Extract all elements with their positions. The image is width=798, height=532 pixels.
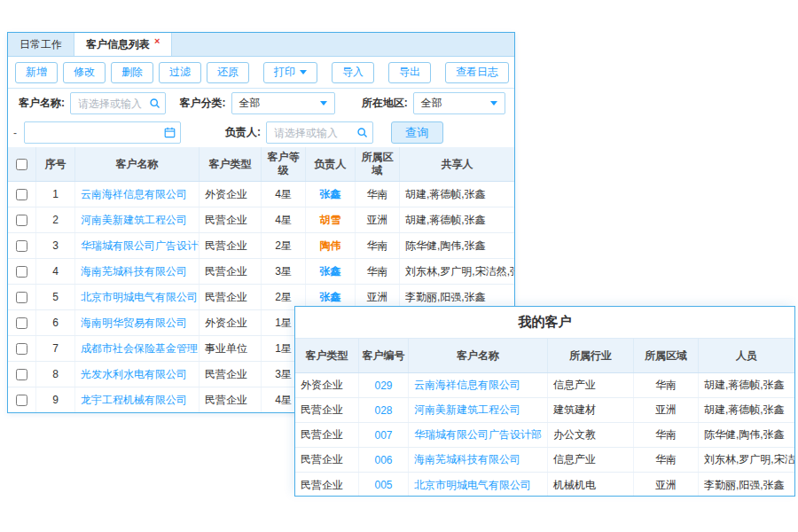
- row-no: 2: [36, 207, 75, 232]
- customer-code-link[interactable]: 029: [359, 373, 409, 397]
- row-checkbox[interactable]: [16, 189, 27, 200]
- region-cell: 亚洲: [634, 473, 699, 497]
- print-button[interactable]: 打印: [263, 62, 317, 83]
- select-all-checkbox[interactable]: [16, 159, 27, 170]
- customer-name-link[interactable]: 光发水利水电有限公司: [75, 362, 200, 387]
- shared-cell: 陈华健,陶伟,张鑫: [400, 233, 514, 258]
- owner-link[interactable]: 胡雪: [306, 207, 356, 232]
- owner-label: 负责人:: [225, 125, 261, 140]
- import-button[interactable]: 导入: [332, 62, 374, 83]
- customer-name-link[interactable]: 华瑞城有限公司广告设计部: [409, 423, 548, 447]
- region-cell: 亚洲: [356, 207, 400, 232]
- row-no: 5: [36, 285, 75, 309]
- people-cell: 胡建,蒋德帧,张鑫: [699, 398, 794, 422]
- search-icon[interactable]: [356, 127, 368, 141]
- region-cell: 亚洲: [634, 398, 699, 422]
- list-item: 外资企业 029 云南海祥信息有限公司 信息产业 华南 胡建,蒋德帧,张鑫: [295, 373, 794, 398]
- customer-type: 外资企业: [200, 310, 262, 335]
- region-cell: 华南: [356, 233, 400, 258]
- region-cell: 华南: [634, 448, 699, 472]
- customer-type: 外资企业: [295, 373, 359, 397]
- query-button[interactable]: 查询: [391, 121, 443, 144]
- export-button[interactable]: 导出: [388, 62, 431, 83]
- customer-code-link[interactable]: 007: [359, 423, 409, 447]
- owner-link[interactable]: 陶伟: [306, 233, 356, 258]
- region-cell: 华南: [356, 182, 400, 207]
- print-button-label: 打印: [274, 65, 295, 80]
- row-no: 9: [36, 387, 75, 412]
- restore-button[interactable]: 还原: [207, 62, 249, 83]
- delete-button[interactable]: 删除: [111, 62, 153, 83]
- owner-link[interactable]: 张鑫: [306, 259, 356, 284]
- industry-cell: 信息产业: [548, 448, 634, 472]
- customer-type: 外资企业: [200, 182, 262, 207]
- calendar-icon[interactable]: [164, 127, 176, 141]
- customer-name-link[interactable]: 河南美新建筑工程公司: [409, 398, 548, 422]
- owner-link[interactable]: 张鑫: [306, 182, 356, 207]
- customer-name-link[interactable]: 海南明华贸易有限公司: [75, 310, 200, 335]
- customer-name-link[interactable]: 海南芜城科技有限公司: [409, 448, 548, 472]
- tab-daily-work[interactable]: 日常工作: [8, 33, 74, 56]
- customer-name-link[interactable]: 成都市社会保险基金管理...: [75, 336, 200, 361]
- region-cell: 华南: [634, 423, 699, 447]
- row-no: 3: [36, 233, 75, 258]
- customer-name-link[interactable]: 云南海祥信息有限公司: [409, 373, 548, 397]
- row-checkbox[interactable]: [16, 215, 27, 226]
- row-checkbox[interactable]: [16, 266, 27, 278]
- customer-code-link[interactable]: 005: [359, 473, 409, 497]
- my-customers-title: 我的客户: [295, 307, 794, 338]
- row-checkbox[interactable]: [16, 317, 27, 329]
- customer-name-link[interactable]: 华瑞城有限公司广告设计部: [75, 233, 200, 258]
- customer-level: 2星: [262, 233, 306, 258]
- tab-customer-list[interactable]: 客户信息列表 ×: [74, 33, 172, 56]
- row-checkbox[interactable]: [16, 369, 27, 380]
- people-cell: 陈华健,陶伟,张鑫: [699, 423, 794, 447]
- list-item: 民营企业 007 华瑞城有限公司广告设计部 办公文教 华南 陈华健,陶伟,张鑫: [295, 423, 794, 448]
- customer-type: 事业单位: [200, 336, 262, 361]
- header-type: 客户类型: [200, 147, 262, 181]
- view-log-button[interactable]: 查看日志: [445, 62, 509, 83]
- tab-bar: 日常工作 客户信息列表 ×: [8, 33, 514, 57]
- header-level: 客户等级: [262, 147, 306, 181]
- add-button[interactable]: 新增: [15, 62, 58, 83]
- row-checkbox[interactable]: [16, 395, 27, 406]
- shared-cell: 胡建,蒋德帧,张鑫: [400, 207, 514, 232]
- header-region: 所属区域: [356, 147, 400, 181]
- customer-name-link[interactable]: 北京市明城电气有限公司: [409, 473, 548, 497]
- customer-name-link[interactable]: 河南美新建筑工程公司: [75, 207, 200, 232]
- list-item: 民营企业 028 河南美新建筑工程公司 建筑建材 亚洲 胡建,蒋德帧,张鑫: [295, 398, 794, 423]
- people-cell: 胡建,蒋德帧,张鑫: [699, 373, 794, 397]
- industry-cell: 机械机电: [548, 473, 634, 497]
- customer-code-link[interactable]: 028: [359, 398, 409, 422]
- customer-name-link[interactable]: 龙宇工程机械有限公司: [75, 387, 200, 412]
- search-icon[interactable]: [149, 98, 160, 112]
- list-item: 民营企业 005 北京市明城电气有限公司 机械机电 亚洲 李勤丽,阳强,张鑫: [295, 473, 794, 497]
- edit-button[interactable]: 修改: [63, 62, 106, 83]
- region-select[interactable]: 全部: [413, 92, 505, 114]
- customer-type: 民营企业: [200, 233, 262, 258]
- customer-name-link[interactable]: 北京市明城电气有限公司: [75, 285, 200, 309]
- customer-type: 民营企业: [200, 362, 262, 387]
- table-row: 1 云南海祥信息有限公司 外资企业 4星 张鑫 华南 胡建,蒋德帧,张鑫: [8, 182, 514, 207]
- table-row: 2 河南美新建筑工程公司 民营企业 4星 胡雪 亚洲 胡建,蒋德帧,张鑫: [8, 207, 514, 233]
- customer-code-link[interactable]: 006: [359, 448, 409, 472]
- category-select[interactable]: 全部: [231, 92, 335, 114]
- tab-label: 客户信息列表: [86, 37, 150, 52]
- close-icon[interactable]: ×: [154, 36, 160, 46]
- row-checkbox[interactable]: [16, 240, 27, 252]
- customer-type: 民营企业: [295, 398, 359, 422]
- date-input[interactable]: [24, 121, 181, 144]
- chevron-down-icon: [320, 101, 327, 106]
- industry-cell: 建筑建材: [548, 398, 634, 422]
- customer-name-link[interactable]: 云南海祥信息有限公司: [75, 182, 200, 207]
- row-checkbox[interactable]: [16, 292, 27, 303]
- customer-type: 民营企业: [200, 259, 262, 284]
- row-checkbox[interactable]: [16, 343, 27, 355]
- filter-button[interactable]: 过滤: [159, 62, 201, 83]
- customer-level: 4星: [262, 182, 306, 207]
- my-customers-body: 外资企业 029 云南海祥信息有限公司 信息产业 华南 胡建,蒋德帧,张鑫 民营…: [295, 373, 794, 497]
- my-customers-header: 客户类型 客户编号 客户名称 所属行业 所属区域 人员: [295, 338, 794, 373]
- customer-name-link[interactable]: 海南芜城科技有限公司: [75, 259, 200, 284]
- people-cell: 李勤丽,阳强,张鑫: [699, 473, 794, 497]
- customer-type: 民营企业: [200, 387, 262, 412]
